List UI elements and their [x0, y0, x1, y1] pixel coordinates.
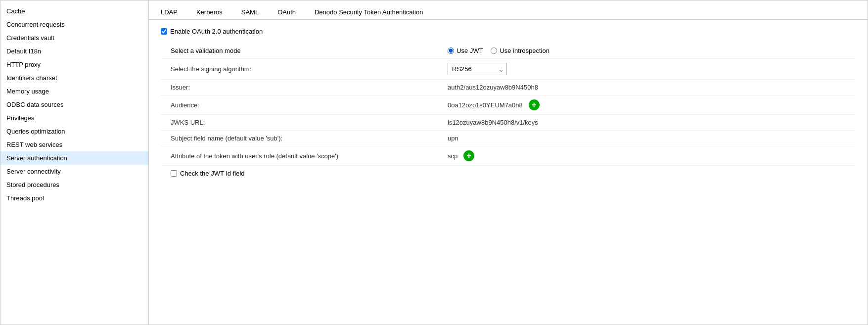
tab-denodo-security-token-authentication[interactable]: Denodo Security Token Authentication — [313, 5, 425, 20]
token-role-value: scp + — [448, 150, 856, 161]
sidebar-item-http-proxy[interactable]: HTTP proxy — [0, 58, 148, 71]
main-content: LDAPKerberosSAMLOAuthDenodo Security Tok… — [149, 0, 868, 325]
jwks-url-label: JWKS URL: — [161, 119, 448, 126]
signing-algorithm-select-wrapper: RS256 HS256 RS384 RS512 ⌄ — [448, 63, 507, 75]
jwt-id-row: Check the JWT Id field — [161, 166, 856, 181]
subject-field-row: Subject field name (default value 'sub')… — [161, 131, 856, 146]
audience-add-button[interactable]: + — [529, 99, 540, 110]
jwks-url-row: JWKS URL: is12ozuyaw8b9N450h8/v1/keys — [161, 115, 856, 131]
sidebar-item-server-authentication[interactable]: Server authentication — [0, 151, 148, 165]
sidebar-item-stored-procedures[interactable]: Stored procedures — [0, 178, 148, 191]
sidebar-item-rest-web-services[interactable]: REST web services — [0, 138, 148, 151]
use-introspection-option[interactable]: Use introspection — [491, 47, 549, 54]
tab-saml[interactable]: SAML — [239, 5, 261, 20]
token-role-text: scp — [448, 152, 457, 160]
use-jwt-radio[interactable] — [448, 47, 454, 54]
use-jwt-option[interactable]: Use JWT — [448, 47, 483, 54]
audience-label: Audience: — [161, 101, 448, 109]
validation-options: Use JWT Use introspection — [448, 47, 856, 54]
sidebar-item-concurrent-requests[interactable]: Concurrent requests — [0, 18, 148, 31]
subject-field-value: upn — [448, 135, 856, 142]
use-jwt-label: Use JWT — [457, 47, 483, 54]
tab-ldap[interactable]: LDAP — [159, 5, 180, 20]
issuer-row: Issuer: auth2/aus12ozuyaw8b9N450h8 — [161, 80, 856, 95]
sidebar-item-cache[interactable]: Cache — [0, 4, 148, 18]
form-rows: Select a validation mode Use JWT Use int… — [161, 43, 856, 181]
sidebar-item-memory-usage[interactable]: Memory usage — [0, 85, 148, 98]
sidebar-item-identifiers-charset[interactable]: Identifiers charset — [0, 71, 148, 85]
sidebar-item-privileges[interactable]: Privileges — [0, 111, 148, 125]
signing-algorithm-row: Select the signing algorithm: RS256 HS25… — [161, 59, 856, 80]
subject-field-label: Subject field name (default value 'sub')… — [161, 135, 448, 142]
enable-oauth-row: Enable OAuth 2.0 authentication — [161, 28, 856, 35]
token-role-label: Attribute of the token with user's role … — [161, 152, 448, 160]
sidebar-item-queries-optimization[interactable]: Queries optimization — [0, 125, 148, 138]
use-introspection-radio[interactable] — [491, 47, 497, 54]
signing-algorithm-label: Select the signing algorithm: — [161, 65, 448, 73]
enable-oauth-label: Enable OAuth 2.0 authentication — [170, 28, 263, 35]
jwks-url-value: is12ozuyaw8b9N450h8/v1/keys — [448, 119, 856, 126]
jwks-url-text: is12ozuyaw8b9N450h8/v1/keys — [448, 119, 538, 126]
tab-kerberos[interactable]: Kerberos — [194, 5, 225, 20]
jwt-id-label: Check the JWT Id field — [180, 170, 245, 177]
content-area: Enable OAuth 2.0 authentication Select a… — [149, 20, 868, 189]
sidebar: CacheConcurrent requestsCredentials vaul… — [0, 0, 149, 325]
jwt-id-checkbox[interactable] — [171, 170, 177, 177]
validation-mode-label: Select a validation mode — [161, 47, 448, 54]
sidebar-item-server-connectivity[interactable]: Server connectivity — [0, 165, 148, 178]
sidebar-item-odbc-data-sources[interactable]: ODBC data sources — [0, 98, 148, 111]
issuer-text: auth2/aus12ozuyaw8b9N450h8 — [448, 84, 538, 91]
sidebar-item-threads-pool[interactable]: Threads pool — [0, 191, 148, 205]
main-container: CacheConcurrent requestsCredentials vaul… — [0, 0, 868, 325]
issuer-label: Issuer: — [161, 84, 448, 91]
audience-text: 0oa12ozp1s0YEUM7a0h8 — [448, 101, 523, 109]
use-introspection-label: Use introspection — [500, 47, 549, 54]
issuer-value: auth2/aus12ozuyaw8b9N450h8 — [448, 84, 856, 91]
audience-value: 0oa12ozp1s0YEUM7a0h8 + — [448, 99, 856, 110]
token-role-row: Attribute of the token with user's role … — [161, 146, 856, 166]
sidebar-item-credentials-vault[interactable]: Credentials vault — [0, 31, 148, 45]
validation-mode-row: Select a validation mode Use JWT Use int… — [161, 43, 856, 59]
tab-oauth[interactable]: OAuth — [275, 5, 298, 20]
subject-field-text: upn — [448, 135, 458, 142]
signing-algorithm-value: RS256 HS256 RS384 RS512 ⌄ — [448, 63, 856, 75]
signing-algorithm-select[interactable]: RS256 HS256 RS384 RS512 — [448, 63, 507, 75]
token-role-add-button[interactable]: + — [463, 150, 474, 161]
tab-bar: LDAPKerberosSAMLOAuthDenodo Security Tok… — [149, 0, 868, 20]
audience-row: Audience: 0oa12ozp1s0YEUM7a0h8 + — [161, 95, 856, 115]
sidebar-item-default-i18n[interactable]: Default I18n — [0, 45, 148, 58]
enable-oauth-checkbox[interactable] — [161, 28, 167, 35]
